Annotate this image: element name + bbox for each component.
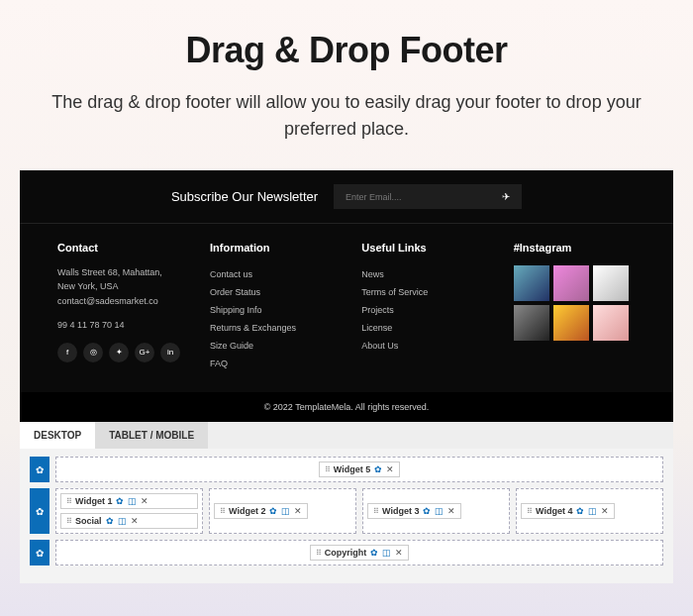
drag-icon[interactable]: ⠿: [220, 507, 225, 516]
instagram-thumbnail[interactable]: [593, 305, 629, 341]
tab-desktop[interactable]: DESKTOP: [20, 422, 95, 449]
footer-preview: Subscribe Our Newsletter Enter Email....…: [20, 170, 673, 422]
page-title: Drag & Drop Footer: [20, 30, 673, 71]
list-item[interactable]: News: [361, 265, 483, 283]
list-item[interactable]: Order Status: [210, 283, 332, 301]
newsletter-input[interactable]: Enter Email.... ✈: [334, 184, 522, 209]
widget-block[interactable]: ⠿Widget 2✿◫✕: [214, 503, 308, 519]
copyright-bar: © 2022 TemplateMela. All rights reserved…: [20, 392, 673, 422]
duplicate-icon[interactable]: ◫: [382, 548, 391, 558]
google-plus-icon[interactable]: G+: [135, 343, 154, 362]
close-icon[interactable]: ✕: [386, 464, 394, 474]
layout-editor: DESKTOP TABLET / MOBILE ✿ ⠿Widget 5✿✕ ✿ …: [20, 422, 673, 583]
row-settings-handle[interactable]: ✿: [30, 488, 50, 534]
drag-icon[interactable]: ⠿: [325, 465, 330, 474]
instagram-thumbnail[interactable]: [593, 265, 629, 301]
newsletter-bar: Subscribe Our Newsletter Enter Email....…: [20, 170, 673, 224]
gear-icon[interactable]: ✿: [374, 464, 382, 474]
tab-tablet-mobile[interactable]: TABLET / MOBILE: [95, 422, 208, 449]
drag-icon[interactable]: ⠿: [316, 549, 321, 558]
twitter-icon[interactable]: ✦: [109, 343, 129, 362]
facebook-icon[interactable]: f: [57, 343, 77, 362]
list-item[interactable]: FAQ: [210, 355, 332, 372]
widget-block[interactable]: ⠿Social✿◫✕: [60, 513, 198, 529]
newsletter-label: Subscribe Our Newsletter: [171, 189, 318, 204]
contact-address: Walls Street 68, Mahattan, New York, USA: [57, 267, 162, 291]
widget-block[interactable]: ⠿Copyright✿◫✕: [310, 545, 410, 561]
layout-cell[interactable]: ⠿Widget 5✿✕: [55, 457, 663, 482]
gear-icon[interactable]: ✿: [269, 506, 277, 516]
widget-block[interactable]: ⠿Widget 5✿✕: [319, 462, 400, 477]
gear-icon[interactable]: ✿: [423, 506, 431, 516]
layout-cell[interactable]: ⠿Widget 3✿◫✕: [362, 488, 510, 534]
duplicate-icon[interactable]: ◫: [435, 506, 444, 516]
contact-email: contact@sadesmarket.co: [57, 296, 158, 306]
drag-icon[interactable]: ⠿: [373, 507, 378, 516]
row-settings-handle[interactable]: ✿: [30, 457, 50, 482]
drag-icon[interactable]: ⠿: [527, 507, 532, 516]
list-item[interactable]: About Us: [361, 337, 483, 355]
instagram-thumbnail[interactable]: [514, 265, 549, 301]
footer-col-instagram: #Instagram: [514, 242, 636, 372]
widget-block[interactable]: ⠿Widget 1✿◫✕: [60, 493, 198, 509]
footer-col-useful: Useful Links News Terms of Service Proje…: [361, 242, 483, 372]
duplicate-icon[interactable]: ◫: [588, 506, 597, 516]
drag-icon[interactable]: ⠿: [66, 517, 71, 526]
instagram-thumbnail[interactable]: [553, 305, 589, 341]
footer-col-information: Information Contact us Order Status Ship…: [210, 242, 332, 372]
gear-icon[interactable]: ✿: [116, 496, 124, 506]
list-item[interactable]: Shipping Info: [210, 301, 332, 319]
duplicate-icon[interactable]: ◫: [118, 516, 127, 526]
list-item[interactable]: Returns & Exchanges: [210, 319, 332, 337]
gear-icon[interactable]: ✿: [370, 548, 378, 558]
duplicate-icon[interactable]: ◫: [281, 506, 290, 516]
list-item[interactable]: Projects: [361, 301, 483, 319]
duplicate-icon[interactable]: ◫: [128, 496, 137, 506]
close-icon[interactable]: ✕: [447, 506, 455, 516]
drag-icon[interactable]: ⠿: [66, 497, 71, 506]
layout-cell[interactable]: ⠿Copyright✿◫✕: [55, 540, 663, 565]
list-item[interactable]: Terms of Service: [361, 283, 483, 301]
close-icon[interactable]: ✕: [141, 496, 148, 506]
instagram-icon[interactable]: ◎: [83, 343, 103, 362]
instagram-thumbnail[interactable]: [553, 265, 589, 301]
col-title: #Instagram: [514, 242, 636, 254]
instagram-thumbnail[interactable]: [514, 305, 549, 341]
col-title: Contact: [57, 242, 180, 254]
page-subtitle: The drag & drop footer will allow you to…: [20, 89, 673, 143]
gear-icon[interactable]: ✿: [576, 506, 584, 516]
footer-col-contact: Contact Walls Street 68, Mahattan, New Y…: [57, 242, 180, 372]
list-item[interactable]: Size Guide: [210, 337, 332, 355]
list-item[interactable]: Contact us: [210, 265, 332, 283]
row-settings-handle[interactable]: ✿: [30, 540, 50, 565]
close-icon[interactable]: ✕: [294, 506, 302, 516]
widget-block[interactable]: ⠿Widget 4✿◫✕: [521, 503, 615, 519]
contact-phone: 99 4 11 78 70 14: [57, 318, 180, 332]
send-icon[interactable]: ✈: [502, 191, 510, 202]
close-icon[interactable]: ✕: [395, 548, 403, 558]
linkedin-icon[interactable]: in: [160, 343, 180, 362]
layout-cell[interactable]: ⠿Widget 2✿◫✕: [209, 488, 356, 534]
widget-block[interactable]: ⠿Widget 3✿◫✕: [367, 503, 461, 519]
layout-cell[interactable]: ⠿Widget 1✿◫✕ ⠿Social✿◫✕: [55, 488, 203, 534]
layout-cell[interactable]: ⠿Widget 4✿◫✕: [516, 488, 663, 534]
list-item[interactable]: License: [361, 319, 483, 337]
gear-icon[interactable]: ✿: [106, 516, 114, 526]
close-icon[interactable]: ✕: [601, 506, 609, 516]
col-title: Useful Links: [361, 242, 483, 254]
col-title: Information: [210, 242, 332, 254]
newsletter-placeholder: Enter Email....: [346, 192, 402, 202]
close-icon[interactable]: ✕: [131, 516, 139, 526]
